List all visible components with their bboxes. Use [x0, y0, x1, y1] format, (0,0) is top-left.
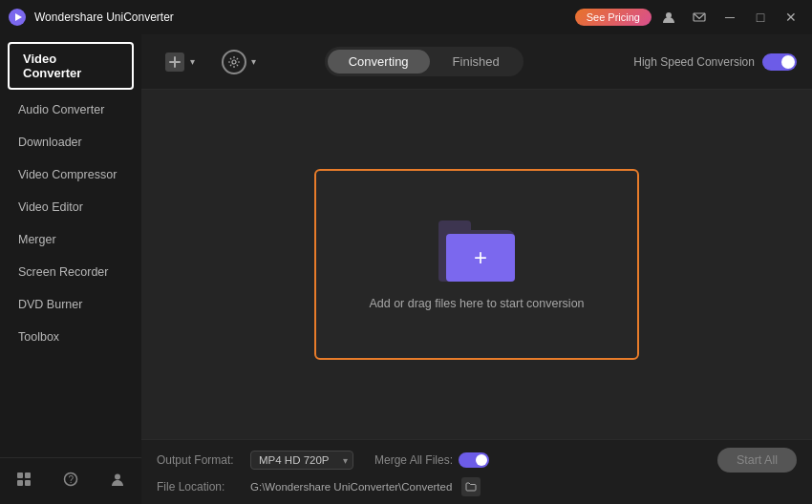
format-row: Output Format: MP4 HD 720P Merge All Fil…: [157, 448, 797, 472]
tab-area: Converting Finished: [325, 47, 524, 76]
folder-icon: +: [438, 220, 515, 282]
app-title: Wondershare UniConverter: [34, 10, 174, 24]
layout-icon[interactable]: [12, 468, 35, 494]
sidebar-item-dvd-burner[interactable]: DVD Burner: [0, 288, 141, 321]
sidebar: Video Converter Audio Converter Download…: [0, 34, 141, 504]
drop-zone[interactable]: + Add or drag files here to start conver…: [314, 169, 639, 360]
sidebar-item-screen-recorder[interactable]: Screen Recorder: [0, 256, 141, 288]
svg-point-12: [232, 60, 236, 64]
maximize-icon[interactable]: □: [747, 7, 774, 28]
sidebar-item-video-editor[interactable]: Video Editor: [0, 191, 141, 223]
drop-zone-text: Add or drag files here to start conversi…: [369, 297, 584, 310]
output-format-select[interactable]: MP4 HD 720P: [250, 451, 353, 470]
sidebar-item-toolbox[interactable]: Toolbox: [0, 321, 141, 353]
sidebar-item-audio-converter[interactable]: Audio Converter: [0, 94, 141, 126]
output-format-select-wrap: MP4 HD 720P: [250, 451, 353, 470]
sidebar-item-merger[interactable]: Merger: [0, 223, 141, 256]
tab-converting[interactable]: Converting: [328, 50, 430, 74]
sidebar-item-video-converter[interactable]: Video Converter: [8, 42, 134, 90]
merge-label: Merge All Files:: [374, 453, 453, 467]
settings-button[interactable]: ▾: [214, 46, 264, 78]
content-area: ▾ ▾ Converting Finished High Speed Conve…: [141, 34, 812, 504]
bottom-bar: Output Format: MP4 HD 720P Merge All Fil…: [141, 439, 812, 504]
toolbar: ▾ ▾ Converting Finished High Speed Conve…: [141, 34, 812, 90]
sidebar-bottom: ?: [0, 457, 141, 504]
tab-finished[interactable]: Finished: [432, 50, 521, 74]
location-row: File Location: G:\Wondershare UniConvert…: [157, 477, 797, 496]
browse-folder-button[interactable]: [461, 477, 481, 496]
svg-text:?: ?: [68, 474, 74, 485]
svg-point-10: [115, 474, 120, 480]
toggle-knob: [781, 55, 795, 69]
add-files-icon: [164, 52, 185, 73]
high-speed-label: High Speed Conversion: [633, 55, 755, 69]
sidebar-item-video-compressor[interactable]: Video Compressor: [0, 158, 141, 191]
close-icon[interactable]: ✕: [778, 7, 804, 28]
file-location-label: File Location:: [157, 480, 241, 494]
person-icon[interactable]: [106, 468, 129, 494]
high-speed-toggle[interactable]: [762, 53, 797, 71]
folder-plus-icon: +: [474, 246, 487, 269]
help-icon[interactable]: ?: [59, 468, 82, 494]
drop-zone-container: + Add or drag files here to start conver…: [141, 90, 812, 439]
settings-chevron: ▾: [251, 56, 256, 67]
titlebar-right: See Pricing ─ □ ✕: [575, 7, 804, 28]
output-format-label: Output Format:: [157, 453, 241, 467]
svg-rect-4: [17, 472, 23, 478]
merge-toggle[interactable]: [459, 452, 489, 468]
titlebar: Wondershare UniConverter See Pricing ─ □…: [0, 0, 812, 34]
merge-toggle-knob: [476, 454, 487, 466]
minimize-icon[interactable]: ─: [716, 7, 743, 28]
mail-icon[interactable]: [686, 7, 713, 28]
folder-front: +: [446, 234, 515, 282]
add-files-chevron: ▾: [190, 56, 195, 67]
see-pricing-button[interactable]: See Pricing: [575, 9, 652, 26]
settings-icon: [222, 50, 246, 74]
svg-rect-5: [25, 472, 31, 478]
merge-area: Merge All Files:: [374, 452, 489, 468]
app-logo: [8, 8, 27, 27]
svg-rect-7: [25, 480, 31, 486]
start-all-button[interactable]: Start All: [717, 448, 797, 472]
browse-folder-icon: [465, 481, 477, 493]
svg-rect-6: [17, 480, 23, 486]
file-path-text: G:\Wondershare UniConverter\Converted: [250, 481, 452, 493]
high-speed-area: High Speed Conversion: [633, 53, 797, 71]
add-files-button[interactable]: ▾: [157, 48, 203, 76]
sidebar-item-downloader[interactable]: Downloader: [0, 126, 141, 158]
user-icon[interactable]: [655, 7, 682, 28]
titlebar-left: Wondershare UniConverter: [8, 8, 174, 27]
main-layout: Video Converter Audio Converter Download…: [0, 34, 812, 504]
